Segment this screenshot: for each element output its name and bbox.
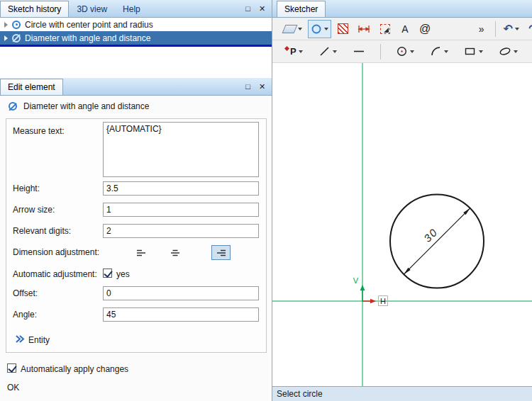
dropdown-arrow-icon: [479, 50, 483, 55]
undo-button[interactable]: ↶: [501, 20, 522, 38]
tree-item-diameter[interactable]: Diameter with angle and distance: [0, 31, 272, 45]
segment-tool-button[interactable]: [350, 43, 368, 61]
offset-input[interactable]: [103, 286, 259, 300]
dropdown-arrow-icon: [299, 50, 303, 55]
apply-changes-label: Automatically apply changes: [21, 364, 128, 374]
point-icon: P: [285, 46, 297, 57]
entity-icon: [14, 334, 25, 344]
arrow-size-label: Arrow size:: [13, 205, 55, 215]
dim-adjust-center-button[interactable]: [165, 245, 184, 260]
align-center-icon: [170, 249, 181, 257]
arrow-size-input[interactable]: [103, 203, 259, 217]
maximize-icon[interactable]: □: [242, 3, 254, 14]
sketcher-toolbar-row2: P: [272, 40, 532, 63]
dimension-tool-button[interactable]: [354, 20, 374, 38]
sketcher-panel: Sketcher A @ » ↶ ↷: [272, 0, 532, 401]
circle-dimension-tool-button[interactable]: [308, 20, 331, 38]
diameter-dimension[interactable]: 30: [404, 208, 470, 274]
height-label: Height:: [13, 183, 40, 193]
apply-changes-checkbox[interactable]: [7, 363, 16, 373]
dropdown-arrow-icon: [514, 50, 518, 55]
hatch-icon: [338, 23, 348, 34]
tab-label: Help: [123, 4, 140, 14]
detail-frame-tool-button[interactable]: [377, 20, 394, 38]
text-icon: A: [401, 23, 408, 35]
rectangle-icon: [464, 45, 477, 57]
circle-tool-button[interactable]: [393, 43, 417, 61]
arc-icon: [430, 45, 442, 57]
workplane-icon: [282, 25, 298, 33]
close-icon[interactable]: ✕: [256, 81, 268, 92]
diameter-icon: [9, 102, 17, 111]
dimension-text: 30: [421, 225, 440, 244]
tab-label: 3D view: [77, 4, 107, 14]
dropdown-arrow-icon: [298, 28, 302, 33]
tab-sketcher[interactable]: Sketcher: [277, 1, 326, 17]
dim-adjust-right-button[interactable]: [211, 245, 231, 260]
tab-label: Edit element: [8, 82, 55, 92]
redo-icon: ↷: [528, 22, 532, 35]
angle-input[interactable]: [103, 307, 259, 322]
diameter-icon: [12, 34, 21, 43]
dropdown-arrow-icon: [324, 28, 328, 33]
redo-button[interactable]: ↷: [525, 20, 532, 38]
ellipse-icon: [499, 45, 511, 57]
close-icon[interactable]: ✕: [256, 3, 268, 14]
expand-chevron-icon[interactable]: [4, 22, 8, 28]
dimension-icon: [357, 24, 371, 34]
dropdown-arrow-icon: [333, 50, 337, 55]
tab-help[interactable]: Help: [115, 1, 148, 17]
point-tool-button[interactable]: P: [282, 43, 306, 61]
maximize-icon[interactable]: □: [242, 81, 254, 92]
align-right-icon: [216, 249, 227, 257]
tab-label: Sketch history: [8, 4, 61, 14]
v-axis-label: V: [353, 276, 359, 285]
status-text: Select circle: [277, 389, 323, 399]
tree-item-circle[interactable]: Circle with center point and radius: [0, 18, 272, 31]
rectangle-tool-button[interactable]: [461, 43, 486, 61]
tab-3d-view[interactable]: 3D view: [69, 1, 115, 17]
circle-center-icon: [396, 45, 408, 57]
expand-chevron-icon[interactable]: [4, 35, 8, 41]
edit-element-content: Diameter with angle and distance Measure…: [0, 96, 272, 401]
entity-button[interactable]: Entity: [28, 335, 50, 345]
hatch-tool-button[interactable]: [334, 20, 351, 38]
sketch-history-tree: Circle with center point and radius Diam…: [0, 18, 272, 78]
ok-button[interactable]: OK: [7, 383, 19, 392]
window-buttons: □ ✕: [242, 78, 272, 95]
toolbar-overflow-button[interactable]: »: [473, 20, 490, 38]
dim-adjust-left-button[interactable]: [131, 245, 150, 260]
measure-text-label: Measure text:: [13, 126, 65, 136]
tab-sketch-history[interactable]: Sketch history: [0, 1, 69, 17]
dimension-adjustment-label: Dimension adjustment:: [13, 247, 99, 257]
symbol-tool-button[interactable]: @: [416, 20, 433, 38]
text-tool-button[interactable]: A: [397, 20, 414, 38]
tree-item-label: Circle with center point and radius: [25, 20, 153, 30]
sketch-canvas[interactable]: V H 30: [272, 63, 532, 386]
measure-text-input[interactable]: {AUTOMATIC}: [103, 122, 259, 177]
align-left-icon: [135, 249, 147, 257]
horizontal-line-icon: [353, 45, 365, 57]
tab-label: Sketcher: [284, 4, 318, 14]
h-axis-label: H: [380, 297, 386, 305]
height-input[interactable]: [103, 181, 259, 196]
toolbar-separator: [495, 21, 496, 37]
window-buttons: □ ✕: [242, 0, 272, 17]
sketcher-toolbar-row1: A @ » ↶ ↷: [272, 18, 532, 40]
line-tool-button[interactable]: [316, 43, 340, 61]
frame-icon: [380, 24, 390, 34]
line-icon: [318, 45, 331, 57]
edit-element-titlebar: Edit element □ ✕: [0, 78, 272, 96]
circle-icon: [311, 23, 322, 35]
tab-edit-element[interactable]: Edit element: [0, 79, 63, 95]
automatic-adjustment-checkbox[interactable]: [103, 269, 112, 278]
relevant-digits-label: Relevant digits:: [13, 226, 71, 236]
relevant-digits-input[interactable]: [103, 224, 259, 238]
edit-element-header-label: Diameter with angle and distance: [23, 101, 149, 111]
offset-label: Offset:: [13, 288, 38, 298]
automatic-adjustment-label: Automatic adjustment:: [13, 269, 97, 279]
arc-tool-button[interactable]: [427, 43, 451, 61]
ellipse-tool-button[interactable]: [496, 43, 521, 61]
dropdown-arrow-icon: [410, 50, 414, 55]
workplane-tool-button[interactable]: [281, 20, 305, 38]
